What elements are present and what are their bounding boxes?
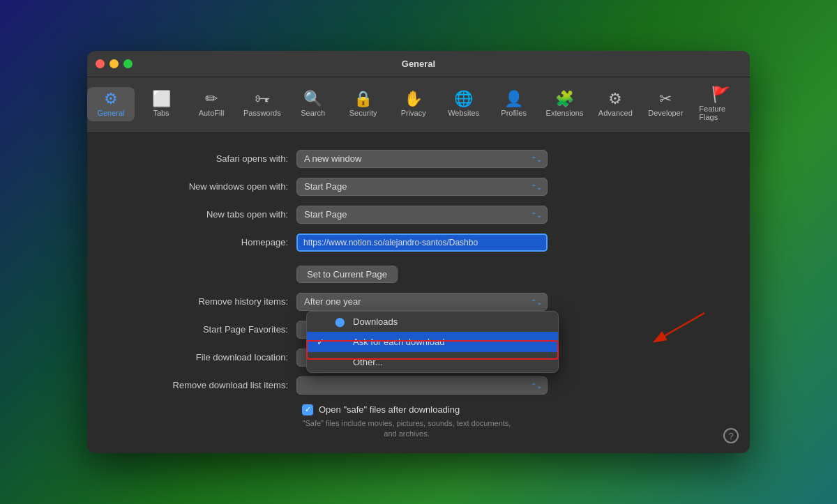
- homepage-row: Homepage:: [87, 234, 750, 252]
- homepage-input[interactable]: [296, 234, 548, 252]
- new-windows-select[interactable]: Start Page: [296, 178, 548, 196]
- tab-feature-flags[interactable]: 🚩 Feature Flags: [692, 83, 750, 125]
- new-tabs-label: New tabs open with:: [129, 209, 296, 220]
- search-icon: 🔍: [303, 91, 322, 107]
- checkbox-content: ✓ Open "safe" files after downloading "S…: [302, 404, 511, 440]
- tab-security[interactable]: 🔒 Security: [340, 87, 387, 121]
- remove-history-select[interactable]: After one year: [296, 293, 548, 311]
- tab-general[interactable]: ⚙ General: [87, 87, 135, 121]
- titlebar: General: [87, 51, 750, 77]
- dropdown-item-other[interactable]: Other...: [307, 352, 558, 372]
- tab-websites-label: Websites: [448, 109, 479, 117]
- new-tabs-control: Start Page: [296, 206, 548, 224]
- tab-search[interactable]: 🔍 Search: [289, 87, 337, 121]
- start-page-favorites-label: Start Page Favorites:: [129, 324, 296, 335]
- remove-history-row: Remove history items: After one year: [87, 293, 750, 311]
- help-button[interactable]: ?: [723, 428, 739, 443]
- open-safe-files-label: Open "safe" files after downloading: [319, 404, 460, 415]
- toolbar: ⚙ General ⬜ Tabs ✏ AutoFill 🗝 Passwords …: [87, 77, 750, 133]
- new-windows-control: Start Page: [296, 178, 548, 196]
- new-windows-row: New windows open with: Start Page: [87, 178, 750, 196]
- tab-extensions-label: Extensions: [546, 109, 584, 117]
- safari-opens-with-label: Safari opens with:: [129, 153, 296, 164]
- safari-opens-with-select[interactable]: A new window: [296, 150, 548, 168]
- tabs-icon: ⬜: [152, 91, 171, 107]
- file-download-dropdown: ⬤ Downloads ✓ Ask for each download Othe…: [306, 311, 559, 373]
- tab-advanced[interactable]: ⚙ Advanced: [591, 87, 639, 121]
- advanced-icon: ⚙: [608, 91, 622, 107]
- other-label: Other...: [353, 357, 548, 367]
- tab-autofill[interactable]: ✏ AutoFill: [188, 87, 235, 121]
- passwords-icon: 🗝: [255, 91, 270, 107]
- safari-opens-with-control: A new window: [296, 150, 548, 168]
- open-safe-files-row: ✓ Open "safe" files after downloading "S…: [87, 404, 750, 440]
- new-tabs-select[interactable]: Start Page: [296, 206, 548, 224]
- tab-profiles[interactable]: 👤 Profiles: [490, 87, 538, 121]
- remove-download-label: Remove download list items:: [129, 380, 296, 390]
- window-title: General: [402, 59, 435, 69]
- tab-profiles-label: Profiles: [501, 109, 527, 117]
- tab-general-label: General: [97, 109, 124, 117]
- tab-developer-label: Developer: [648, 109, 683, 117]
- tab-search-label: Search: [301, 109, 325, 117]
- tab-tabs[interactable]: ⬜ Tabs: [137, 87, 185, 121]
- minimize-button[interactable]: [110, 59, 119, 68]
- dropdown-item-downloads[interactable]: ⬤ Downloads: [307, 312, 558, 332]
- remove-history-label: Remove history items:: [129, 296, 296, 307]
- profiles-icon: 👤: [504, 91, 523, 107]
- open-safe-files-checkbox[interactable]: ✓: [302, 404, 313, 415]
- downloads-folder-icon: ⬤: [333, 316, 346, 327]
- set-current-page-row: Set to Current Page: [87, 261, 750, 283]
- set-to-current-page-button[interactable]: Set to Current Page: [296, 266, 398, 283]
- general-icon: ⚙: [104, 91, 118, 107]
- open-safe-files-subtext: "Safe" files include movies, pictures, s…: [302, 418, 511, 440]
- homepage-label: Homepage:: [129, 237, 296, 247]
- content-area: Safari opens with: A new window New wind…: [87, 133, 750, 454]
- downloads-label: Downloads: [353, 316, 548, 327]
- remove-history-control: After one year: [296, 293, 548, 311]
- tab-websites[interactable]: 🌐 Websites: [440, 87, 488, 121]
- dropdown-item-ask-each[interactable]: ✓ Ask for each download: [307, 332, 558, 352]
- developer-icon: ✂: [659, 91, 672, 107]
- tab-autofill-label: AutoFill: [199, 109, 225, 117]
- new-windows-label: New windows open with:: [129, 181, 296, 192]
- maximize-button[interactable]: [123, 59, 133, 68]
- safari-preferences-window: General ⚙ General ⬜ Tabs ✏ AutoFill 🗝 Pa…: [87, 51, 750, 454]
- safari-opens-with-row: Safari opens with: A new window: [87, 150, 750, 168]
- websites-icon: 🌐: [454, 91, 473, 107]
- checkbox-label-row: ✓ Open "safe" files after downloading: [302, 404, 511, 415]
- traffic-lights: [96, 59, 133, 68]
- remove-download-select[interactable]: [296, 376, 548, 395]
- privacy-icon: ✋: [404, 91, 423, 107]
- security-icon: 🔒: [354, 91, 372, 107]
- file-download-label: File download location:: [129, 352, 296, 362]
- tab-feature-flags-label: Feature Flags: [699, 105, 743, 121]
- homepage-control: [296, 234, 548, 252]
- remove-download-row: Remove download list items:: [87, 376, 750, 395]
- new-tabs-row: New tabs open with: Start Page: [87, 206, 750, 224]
- extensions-icon: 🧩: [555, 91, 574, 107]
- tab-developer[interactable]: ✂ Developer: [642, 87, 689, 121]
- tab-privacy-label: Privacy: [401, 109, 426, 117]
- tab-security-label: Security: [349, 109, 377, 117]
- tab-passwords[interactable]: 🗝 Passwords: [238, 87, 287, 121]
- ask-each-check: ✓: [317, 337, 326, 347]
- tab-privacy[interactable]: ✋ Privacy: [390, 87, 437, 121]
- remove-download-control: [296, 376, 548, 395]
- tab-extensions[interactable]: 🧩 Extensions: [541, 87, 589, 121]
- tab-tabs-label: Tabs: [153, 109, 169, 117]
- tab-passwords-label: Passwords: [243, 109, 281, 117]
- feature-flags-icon: 🚩: [711, 87, 730, 102]
- tab-advanced-label: Advanced: [598, 109, 633, 117]
- ask-each-label: Ask for each download: [353, 337, 548, 347]
- autofill-icon: ✏: [205, 91, 218, 107]
- close-button[interactable]: [96, 59, 105, 68]
